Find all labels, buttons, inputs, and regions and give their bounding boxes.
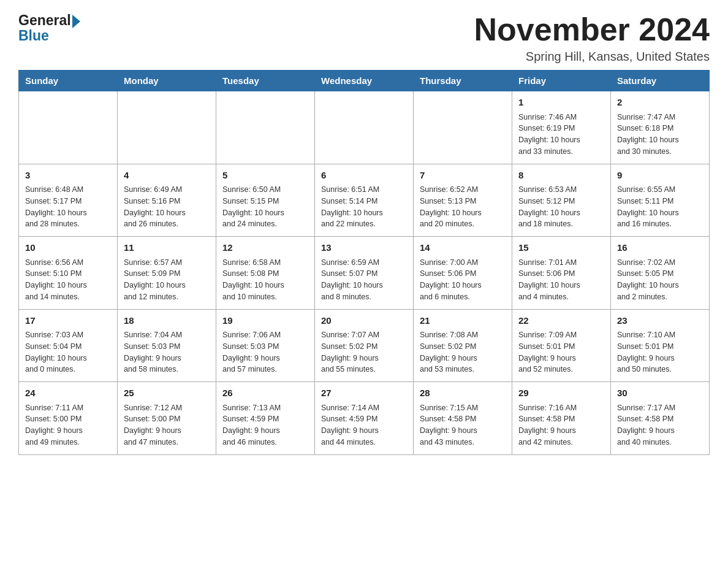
calendar-cell: 16Sunrise: 7:02 AM Sunset: 5:05 PM Dayli… [611, 237, 710, 310]
calendar-cell: 26Sunrise: 7:13 AM Sunset: 4:59 PM Dayli… [216, 382, 315, 455]
calendar-cell: 10Sunrise: 6:56 AM Sunset: 5:10 PM Dayli… [19, 237, 118, 310]
week-row-4: 17Sunrise: 7:03 AM Sunset: 5:04 PM Dayli… [19, 309, 710, 382]
day-number: 7 [420, 169, 506, 183]
calendar-cell: 28Sunrise: 7:15 AM Sunset: 4:58 PM Dayli… [414, 382, 512, 455]
day-number: 12 [222, 241, 308, 255]
day-info: Sunrise: 6:58 AM Sunset: 5:08 PM Dayligh… [222, 257, 308, 303]
day-info: Sunrise: 7:00 AM Sunset: 5:06 PM Dayligh… [420, 257, 506, 303]
title-block: November 2024 Spring Hill, Kansas, Unite… [474, 12, 710, 64]
calendar-table: SundayMondayTuesdayWednesdayThursdayFrid… [18, 70, 710, 455]
day-info: Sunrise: 6:49 AM Sunset: 5:16 PM Dayligh… [124, 184, 210, 230]
day-info: Sunrise: 7:02 AM Sunset: 5:05 PM Dayligh… [617, 257, 703, 303]
page-header: General Blue November 2024 Spring Hill, … [18, 12, 710, 64]
day-number: 6 [321, 169, 407, 183]
day-info: Sunrise: 7:01 AM Sunset: 5:06 PM Dayligh… [518, 257, 604, 303]
calendar-header-row: SundayMondayTuesdayWednesdayThursdayFrid… [19, 71, 710, 91]
day-info: Sunrise: 6:59 AM Sunset: 5:07 PM Dayligh… [321, 257, 407, 303]
calendar-cell: 8Sunrise: 6:53 AM Sunset: 5:12 PM Daylig… [512, 164, 611, 237]
calendar-cell: 3Sunrise: 6:48 AM Sunset: 5:17 PM Daylig… [19, 164, 118, 237]
week-row-5: 24Sunrise: 7:11 AM Sunset: 5:00 PM Dayli… [19, 382, 710, 455]
day-info: Sunrise: 7:12 AM Sunset: 5:00 PM Dayligh… [124, 402, 210, 448]
day-number: 29 [518, 386, 604, 400]
calendar-cell [19, 91, 118, 164]
day-number: 5 [222, 169, 308, 183]
day-info: Sunrise: 7:07 AM Sunset: 5:02 PM Dayligh… [321, 329, 407, 375]
calendar-cell [216, 91, 315, 164]
calendar-cell [414, 91, 512, 164]
day-info: Sunrise: 6:57 AM Sunset: 5:09 PM Dayligh… [124, 257, 210, 303]
day-number: 9 [617, 169, 703, 183]
day-number: 26 [222, 386, 308, 400]
calendar-cell: 4Sunrise: 6:49 AM Sunset: 5:16 PM Daylig… [118, 164, 216, 237]
week-row-1: 1Sunrise: 7:46 AM Sunset: 6:19 PM Daylig… [19, 91, 710, 164]
day-number: 22 [518, 314, 604, 328]
calendar-cell: 13Sunrise: 6:59 AM Sunset: 5:07 PM Dayli… [315, 237, 414, 310]
calendar-cell: 18Sunrise: 7:04 AM Sunset: 5:03 PM Dayli… [118, 309, 216, 382]
day-number: 8 [518, 169, 604, 183]
day-number: 28 [420, 386, 506, 400]
calendar-cell: 25Sunrise: 7:12 AM Sunset: 5:00 PM Dayli… [118, 382, 216, 455]
week-row-2: 3Sunrise: 6:48 AM Sunset: 5:17 PM Daylig… [19, 164, 710, 237]
header-day-monday: Monday [118, 71, 216, 91]
calendar-cell: 5Sunrise: 6:50 AM Sunset: 5:15 PM Daylig… [216, 164, 315, 237]
calendar-cell: 19Sunrise: 7:06 AM Sunset: 5:03 PM Dayli… [216, 309, 315, 382]
calendar-cell: 21Sunrise: 7:08 AM Sunset: 5:02 PM Dayli… [414, 309, 512, 382]
day-info: Sunrise: 6:48 AM Sunset: 5:17 PM Dayligh… [25, 184, 111, 230]
calendar-title: November 2024 [474, 12, 710, 47]
logo: General Blue [18, 12, 80, 44]
header-day-saturday: Saturday [611, 71, 710, 91]
day-info: Sunrise: 7:17 AM Sunset: 4:58 PM Dayligh… [617, 402, 703, 448]
calendar-cell: 6Sunrise: 6:51 AM Sunset: 5:14 PM Daylig… [315, 164, 414, 237]
week-row-3: 10Sunrise: 6:56 AM Sunset: 5:10 PM Dayli… [19, 237, 710, 310]
calendar-cell [118, 91, 216, 164]
calendar-cell: 7Sunrise: 6:52 AM Sunset: 5:13 PM Daylig… [414, 164, 512, 237]
calendar-cell: 9Sunrise: 6:55 AM Sunset: 5:11 PM Daylig… [611, 164, 710, 237]
day-info: Sunrise: 7:13 AM Sunset: 4:59 PM Dayligh… [222, 402, 308, 448]
day-info: Sunrise: 6:52 AM Sunset: 5:13 PM Dayligh… [420, 184, 506, 230]
calendar-cell: 20Sunrise: 7:07 AM Sunset: 5:02 PM Dayli… [315, 309, 414, 382]
day-info: Sunrise: 6:56 AM Sunset: 5:10 PM Dayligh… [25, 257, 111, 303]
day-number: 16 [617, 241, 703, 255]
logo-general-text: General [18, 12, 71, 29]
header-day-tuesday: Tuesday [216, 71, 315, 91]
day-info: Sunrise: 7:15 AM Sunset: 4:58 PM Dayligh… [420, 402, 506, 448]
day-number: 21 [420, 314, 506, 328]
day-number: 13 [321, 241, 407, 255]
day-number: 10 [25, 241, 111, 255]
day-number: 24 [25, 386, 111, 400]
calendar-cell: 12Sunrise: 6:58 AM Sunset: 5:08 PM Dayli… [216, 237, 315, 310]
day-number: 25 [124, 386, 210, 400]
day-info: Sunrise: 7:09 AM Sunset: 5:01 PM Dayligh… [518, 329, 604, 375]
day-info: Sunrise: 7:14 AM Sunset: 4:59 PM Dayligh… [321, 402, 407, 448]
calendar-cell: 2Sunrise: 7:47 AM Sunset: 6:18 PM Daylig… [611, 91, 710, 164]
calendar-cell: 15Sunrise: 7:01 AM Sunset: 5:06 PM Dayli… [512, 237, 611, 310]
calendar-cell: 30Sunrise: 7:17 AM Sunset: 4:58 PM Dayli… [611, 382, 710, 455]
day-info: Sunrise: 6:55 AM Sunset: 5:11 PM Dayligh… [617, 184, 703, 230]
day-info: Sunrise: 7:10 AM Sunset: 5:01 PM Dayligh… [617, 329, 703, 375]
day-info: Sunrise: 7:47 AM Sunset: 6:18 PM Dayligh… [617, 112, 703, 158]
day-number: 30 [617, 386, 703, 400]
day-number: 2 [617, 96, 703, 110]
day-info: Sunrise: 6:53 AM Sunset: 5:12 PM Dayligh… [518, 184, 604, 230]
calendar-cell: 24Sunrise: 7:11 AM Sunset: 5:00 PM Dayli… [19, 382, 118, 455]
header-day-friday: Friday [512, 71, 611, 91]
logo-blue-text: Blue [18, 28, 49, 44]
day-number: 14 [420, 241, 506, 255]
day-info: Sunrise: 7:16 AM Sunset: 4:58 PM Dayligh… [518, 402, 604, 448]
day-number: 1 [518, 96, 604, 110]
day-info: Sunrise: 7:03 AM Sunset: 5:04 PM Dayligh… [25, 329, 111, 375]
calendar-cell: 11Sunrise: 6:57 AM Sunset: 5:09 PM Dayli… [118, 237, 216, 310]
calendar-cell: 23Sunrise: 7:10 AM Sunset: 5:01 PM Dayli… [611, 309, 710, 382]
day-number: 19 [222, 314, 308, 328]
day-number: 23 [617, 314, 703, 328]
logo-arrow-icon [72, 15, 80, 28]
day-info: Sunrise: 7:46 AM Sunset: 6:19 PM Dayligh… [518, 112, 604, 158]
calendar-cell: 27Sunrise: 7:14 AM Sunset: 4:59 PM Dayli… [315, 382, 414, 455]
day-number: 18 [124, 314, 210, 328]
day-number: 20 [321, 314, 407, 328]
calendar-cell: 1Sunrise: 7:46 AM Sunset: 6:19 PM Daylig… [512, 91, 611, 164]
calendar-cell [315, 91, 414, 164]
header-day-wednesday: Wednesday [315, 71, 414, 91]
day-info: Sunrise: 7:08 AM Sunset: 5:02 PM Dayligh… [420, 329, 506, 375]
day-number: 11 [124, 241, 210, 255]
